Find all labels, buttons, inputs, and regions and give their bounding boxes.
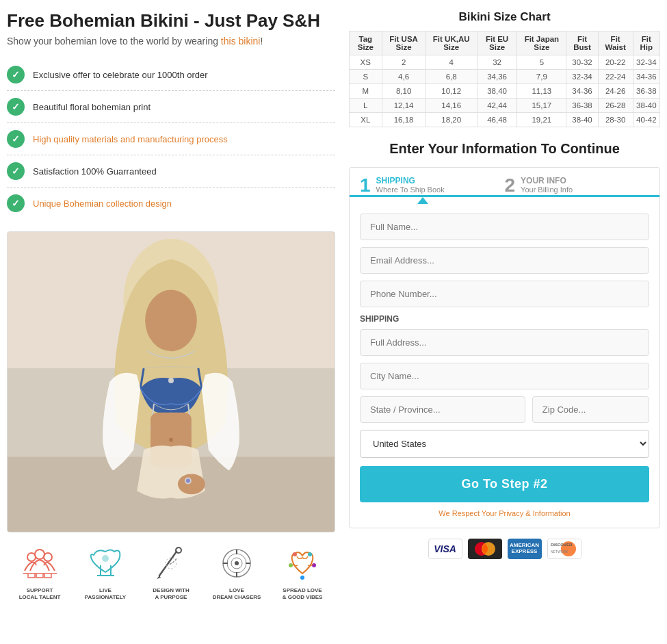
svg-point-33 — [289, 563, 293, 567]
brand-icon-2: LIVEPASSIONATELY — [78, 543, 133, 600]
check-icon-5 — [7, 194, 25, 212]
svg-point-11 — [169, 438, 173, 442]
col-header-hip: Fit Hip — [633, 31, 659, 55]
svg-text:DISCOVER: DISCOVER — [551, 543, 573, 547]
bikini-link[interactable]: this bikini — [221, 36, 261, 47]
privacy-text: We Respect Your Privacy & Information — [360, 509, 649, 517]
feature-1: Exclusive offer to celebrate our 1000th … — [7, 59, 335, 91]
svg-point-34 — [312, 563, 316, 567]
step2-title: YOUR INFO — [521, 176, 573, 185]
svg-point-21 — [176, 548, 181, 553]
svg-text:NETWORK: NETWORK — [551, 550, 568, 554]
check-icon-4 — [7, 162, 25, 180]
table-row: L12,1414,1642,4415,1736-3826-2838-40 — [350, 99, 660, 113]
full-name-input[interactable] — [360, 214, 649, 240]
brand-icon-4: LOVEDREAM CHASERS — [209, 543, 264, 600]
feature-2: Beautiful floral bohemian print — [7, 91, 335, 123]
col-header-waist: Fit Waist — [598, 31, 633, 55]
svg-point-19 — [102, 555, 109, 562]
step1-title: SHIPPING — [376, 176, 445, 185]
check-icon-2 — [7, 98, 25, 116]
svg-point-5 — [145, 290, 197, 352]
step-tab-2[interactable]: 2 YOUR INFO Your Billing Info — [505, 176, 650, 195]
phone-input[interactable] — [360, 281, 649, 307]
address-input[interactable] — [360, 329, 649, 356]
shipping-label: SHIPPING — [360, 314, 649, 324]
svg-point-26 — [235, 561, 239, 565]
step-tab-1[interactable]: 1 SHIPPING Where To Ship Book — [360, 176, 505, 195]
col-header-ukau: Fit UK,AU Size — [426, 31, 477, 55]
step2-number: 2 — [505, 176, 516, 195]
table-row: XL16,1818,2046,4819,2138-4028-3040-42 — [350, 113, 660, 127]
table-row: S4,66,834,367,932-3422-2434-36 — [350, 70, 660, 84]
discover-icon: DISCOVER NETWORK — [547, 539, 581, 559]
svg-point-13 — [178, 474, 205, 495]
col-header-usa: Fit USA Size — [382, 31, 426, 55]
col-header-bust: Fit Bust — [566, 31, 598, 55]
svg-point-12 — [168, 378, 174, 383]
country-select[interactable]: United States — [360, 430, 649, 458]
table-row: M8,1010,1238,4011,1334-3624-2636-38 — [350, 84, 660, 99]
size-chart: Bikini Size Chart Tag Size Fit USA Size … — [349, 10, 660, 127]
state-input[interactable] — [360, 396, 525, 423]
svg-point-35 — [300, 576, 304, 580]
visa-icon: VISA — [428, 539, 462, 559]
features-list: Exclusive offer to celebrate our 1000th … — [7, 59, 335, 219]
step1-number: 1 — [360, 176, 371, 195]
svg-point-15 — [186, 479, 190, 483]
step-tabs: 1 SHIPPING Where To Ship Book 2 YOUR INF… — [350, 168, 659, 197]
page-title: Free Bohemian Bikini - Just Pay S&H — [7, 10, 335, 31]
subtitle: Show your bohemian love to the world by … — [7, 36, 335, 47]
check-icon-3 — [7, 130, 25, 148]
payment-icons: VISA AMERICANEXPRESS DISCO — [349, 539, 660, 559]
city-input[interactable] — [360, 363, 649, 389]
amex-icon: AMERICANEXPRESS — [508, 539, 542, 559]
svg-marker-36 — [417, 197, 428, 204]
form-body: SHIPPING United States Go To Step #2 We … — [350, 203, 659, 528]
size-table: Tag Size Fit USA Size Fit UK,AU Size Fit… — [349, 31, 660, 127]
col-header-eu: Fit EU Size — [477, 31, 517, 55]
mastercard-icon — [468, 539, 502, 559]
brand-icons-row: SUPPORTLOCAL TALENT LIVEPASSIONATELY — [7, 532, 335, 604]
form-title: Enter Your Information To Continue — [349, 141, 660, 157]
zip-input[interactable] — [532, 396, 649, 423]
size-chart-title: Bikini Size Chart — [349, 10, 660, 24]
svg-point-31 — [293, 552, 297, 556]
feature-4: Satisfaction 100% Guarranteed — [7, 155, 335, 188]
svg-point-18 — [44, 553, 52, 561]
form-box: 1 SHIPPING Where To Ship Book 2 YOUR INF… — [349, 167, 660, 528]
email-input[interactable] — [360, 247, 649, 274]
brand-icon-3: DESIGN WITHA PURPOSE — [144, 543, 198, 600]
col-header-tag: Tag Size — [350, 31, 382, 55]
feature-3: High quality materials and manufacturing… — [7, 123, 335, 155]
col-header-japan: Fit Japan Size — [517, 31, 566, 55]
brand-icon-5: SPREAD LOVE& GOOD VIBES — [275, 543, 330, 600]
step1-subtitle: Where To Ship Book — [376, 185, 445, 194]
table-row: XS2432530-3220-2232-34 — [350, 55, 660, 70]
brand-icon-1: SUPPORTLOCAL TALENT — [12, 543, 67, 600]
state-zip-row — [360, 396, 649, 423]
svg-point-32 — [308, 552, 312, 556]
form-section: Enter Your Information To Continue 1 SHI… — [349, 141, 660, 559]
product-image — [7, 231, 335, 532]
svg-line-20 — [159, 552, 176, 576]
go-to-step2-button[interactable]: Go To Step #2 — [360, 466, 649, 502]
check-icon-1 — [7, 66, 25, 83]
svg-point-17 — [35, 550, 44, 559]
step2-subtitle: Your Billing Info — [521, 185, 573, 194]
